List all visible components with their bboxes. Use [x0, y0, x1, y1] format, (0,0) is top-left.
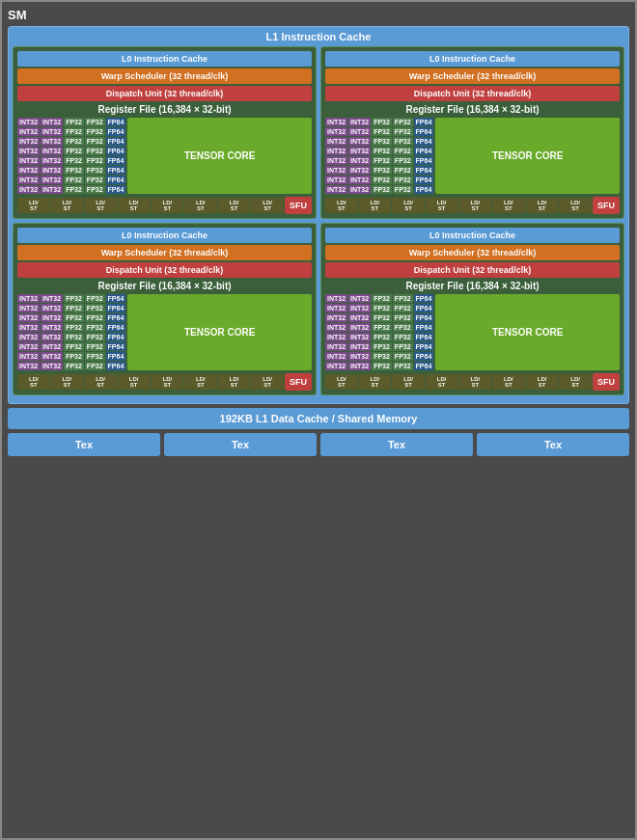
ld-st-cell: LD/ST [459, 374, 492, 390]
register-file-tl: Register File (16,384 × 32-bit) [17, 104, 312, 115]
fp32-cell: FP32 [64, 304, 84, 312]
int32-cell: INT32 [348, 156, 371, 165]
fp64-cell: FP64 [414, 352, 434, 361]
register-file-bl: Register File (16,384 × 32-bit) [17, 281, 312, 291]
l0-cache-bl: L0 Instruction Cache [17, 228, 312, 243]
int32-cell: INT32 [17, 313, 40, 322]
ld-st-cell: LD/ST [152, 374, 184, 390]
int32-cell: INT32 [348, 304, 371, 312]
int32-cell: INT32 [348, 185, 371, 194]
tex-cell-1: Tex [164, 433, 317, 456]
int32-cell: INT32 [17, 137, 40, 146]
sfu-row-tr: LD/ST LD/ST LD/ST LD/ST LD/ST LD/ST LD/S… [325, 197, 620, 214]
sfu-row-tl: LD/ST LD/ST LD/ST LD/ST LD/ST LD/ST LD/S… [17, 197, 312, 214]
fp64-cell: FP64 [106, 333, 126, 341]
ld-st-cell: LD/ST [359, 374, 392, 390]
int32-cell: INT32 [325, 127, 347, 136]
tensor-core-tl: TENSOR CORE [127, 118, 312, 194]
int32-cell: INT32 [17, 352, 40, 361]
fp64-cell: FP64 [414, 127, 434, 136]
int32-cell: INT32 [41, 333, 63, 341]
fp32-cell: FP32 [85, 118, 105, 126]
ld-st-cell: LD/ST [184, 374, 217, 390]
row2: INT32 INT32 FP32 FP32 FP64 [17, 127, 125, 136]
fp64-cell: FP64 [106, 137, 126, 146]
fp64-cell: FP64 [414, 118, 434, 126]
int32-cell: INT32 [348, 118, 371, 126]
quadrant-top-right: L0 Instruction Cache Warp Scheduler (32 … [320, 46, 624, 219]
int32-cell: INT32 [325, 185, 347, 194]
fp32-cell: FP32 [372, 176, 392, 184]
fp32-cell: FP32 [393, 156, 413, 165]
int32-cell: INT32 [348, 127, 371, 136]
fp32-cell: FP32 [85, 185, 105, 194]
fp32-cell: FP32 [393, 185, 413, 194]
fp32-cell: FP32 [64, 137, 84, 146]
fp32-cell: FP32 [64, 176, 84, 184]
rows-block-bl: INT32 INT32 FP32 FP32 FP64 INT32 INT32 F… [17, 294, 125, 370]
ld-st-cell: LD/ST [17, 374, 50, 390]
int32-cell: INT32 [325, 166, 347, 175]
fp64-cell: FP64 [414, 147, 434, 155]
sfu-bl: SFU [285, 373, 312, 391]
ld-st-cell: LD/ST [152, 198, 184, 213]
fp64-cell: FP64 [414, 323, 434, 332]
ld-st-cell: LD/ST [118, 374, 151, 390]
rows-block-tr: INT32 INT32 FP32 FP32 FP64 INT32 INT32 F… [325, 118, 433, 194]
register-file-tr: Register File (16,384 × 32-bit) [325, 104, 620, 115]
int32-cell: INT32 [17, 147, 40, 155]
fp32-cell: FP32 [393, 352, 413, 361]
tensor-core-tr: TENSOR CORE [435, 118, 620, 194]
int32-cell: INT32 [325, 176, 347, 184]
int32-cell: INT32 [325, 323, 347, 332]
int32-cell: INT32 [348, 147, 371, 155]
ld-st-cell: LD/ST [459, 198, 492, 213]
fp32-cell: FP32 [393, 362, 413, 370]
rows-block-br: INT32 INT32 FP32 FP32 FP64 INT32 INT32 F… [325, 294, 433, 370]
int32-cell: INT32 [41, 166, 63, 175]
fp32-cell: FP32 [372, 185, 392, 194]
core-area-br: INT32 INT32 FP32 FP32 FP64 INT32 INT32 F… [325, 294, 620, 370]
warp-scheduler-tr: Warp Scheduler (32 thread/clk) [325, 68, 620, 84]
int32-cell: INT32 [17, 185, 40, 194]
core-area-bl: INT32 INT32 FP32 FP32 FP64 INT32 INT32 F… [17, 294, 312, 370]
ld-st-cell: LD/ST [526, 374, 559, 390]
fp32-cell: FP32 [372, 294, 392, 303]
row3: INT32 INT32 FP32 FP32 FP64 [17, 137, 125, 146]
fp64-cell: FP64 [414, 313, 434, 322]
fp32-cell: FP32 [372, 166, 392, 175]
fp32-cell: FP32 [64, 313, 84, 322]
ld-st-cell: LD/ST [392, 198, 425, 213]
fp64-cell: FP64 [414, 166, 434, 175]
int32-cell: INT32 [41, 176, 63, 184]
int32-cell: INT32 [325, 304, 347, 312]
bottom-section: 192KB L1 Data Cache / Shared Memory Tex … [8, 408, 629, 456]
sfu-row-bl: LD/ST LD/ST LD/ST LD/ST LD/ST LD/ST LD/S… [17, 373, 312, 391]
fp32-cell: FP32 [372, 137, 392, 146]
int32-cell: INT32 [41, 362, 63, 370]
fp32-cell: FP32 [372, 362, 392, 370]
int32-cell: INT32 [17, 118, 40, 126]
int32-cell: INT32 [17, 294, 40, 303]
fp32-cell: FP32 [372, 156, 392, 165]
fp32-cell: FP32 [393, 166, 413, 175]
fp32-cell: FP32 [85, 137, 105, 146]
ld-st-cell: LD/ST [426, 198, 458, 213]
fp64-cell: FP64 [106, 166, 126, 175]
fp32-cell: FP32 [64, 185, 84, 194]
l0-cache-tl: L0 Instruction Cache [17, 51, 312, 67]
quadrant-bottom-left: L0 Instruction Cache Warp Scheduler (32 … [13, 223, 317, 395]
int32-cell: INT32 [348, 333, 371, 341]
fp32-cell: FP32 [393, 313, 413, 322]
fp32-cell: FP32 [372, 304, 392, 312]
row7: INT32 INT32 FP32 FP32 FP64 [17, 176, 125, 184]
fp32-cell: FP32 [372, 333, 392, 341]
int32-cell: INT32 [17, 156, 40, 165]
fp32-cell: FP32 [64, 352, 84, 361]
fp32-cell: FP32 [64, 342, 84, 351]
fp64-cell: FP64 [106, 313, 126, 322]
tensor-core-br: TENSOR CORE [435, 294, 620, 370]
fp32-cell: FP32 [393, 333, 413, 341]
ld-st-cell: LD/ST [251, 374, 284, 390]
int32-cell: INT32 [17, 176, 40, 184]
